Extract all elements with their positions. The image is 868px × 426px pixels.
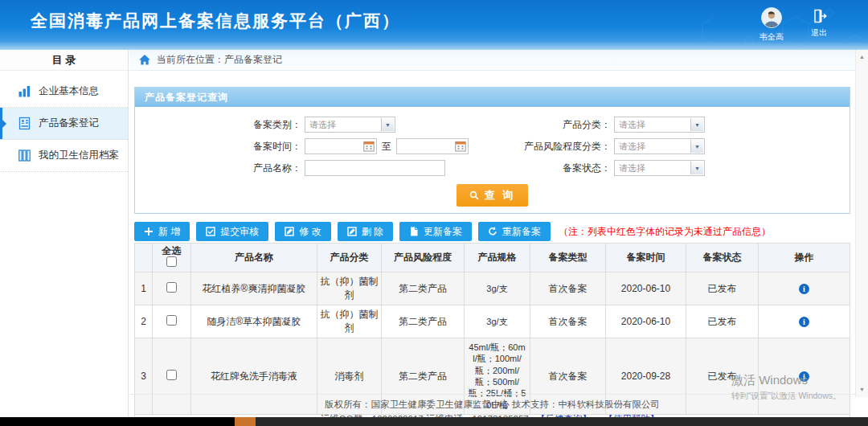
row-index: 2 bbox=[135, 305, 153, 338]
column-header-product-name: 产品名称 bbox=[191, 244, 317, 272]
filing-category-label: 备案类别： bbox=[135, 118, 305, 132]
button-label: 修 改 bbox=[299, 225, 321, 239]
logout-icon bbox=[811, 15, 827, 27]
cell-filing-status: 已发布 bbox=[686, 305, 759, 338]
cell-filing-date: 2020-06-10 bbox=[606, 305, 686, 338]
sidebar-menu: 企业基本信息 产品备案登记 bbox=[0, 71, 128, 172]
archive-icon bbox=[18, 149, 31, 162]
select-all-label: 全选 bbox=[154, 246, 189, 256]
delete-icon bbox=[347, 227, 357, 236]
user-account-button[interactable]: 韦全高 bbox=[754, 7, 789, 43]
row-checkbox[interactable] bbox=[166, 315, 177, 326]
product-category-label: 产品分类： bbox=[518, 118, 614, 132]
calendar-icon[interactable] bbox=[363, 141, 375, 152]
cell-risk-level: 第二类产品 bbox=[382, 272, 465, 305]
page-title: 全国消毒产品网上备案信息服务平台（广西） bbox=[31, 10, 400, 32]
row-checkbox[interactable] bbox=[166, 370, 177, 380]
bar-chart-icon bbox=[18, 84, 31, 98]
add-button[interactable]: 新 增 bbox=[134, 222, 190, 241]
sidebar-item-credit-archive[interactable]: 我的卫生信用档案 bbox=[0, 140, 128, 172]
modify-button[interactable]: 修 改 bbox=[275, 222, 330, 241]
select-all-header: 全选 bbox=[153, 244, 191, 272]
sidebar-item-company-info[interactable]: 企业基本信息 bbox=[0, 76, 128, 108]
refile-button[interactable]: 重新备案 bbox=[478, 222, 551, 241]
sidebar-title: 目 录 bbox=[0, 50, 128, 71]
breadcrumb: 当前所在位置：产品备案登记 bbox=[129, 50, 855, 71]
logout-button[interactable]: 退出 bbox=[803, 8, 835, 39]
chevron-down-icon bbox=[690, 162, 703, 174]
risk-level-label: 产品风险程度分类： bbox=[518, 140, 614, 154]
filing-time-label: 备案时间： bbox=[135, 140, 305, 154]
avatar bbox=[761, 7, 782, 28]
cell-spec: 3g/支 bbox=[465, 272, 530, 305]
select-value: 请选择 bbox=[619, 141, 645, 153]
logout-label: 退出 bbox=[803, 27, 835, 39]
select-value: 请选择 bbox=[619, 162, 645, 174]
delete-button[interactable]: 删 除 bbox=[338, 222, 393, 241]
sidebar-item-label: 产品备案登记 bbox=[39, 117, 99, 130]
filing-category-select[interactable]: 请选择 bbox=[305, 117, 395, 133]
search-panel-title: 产品备案登记查询 bbox=[135, 88, 850, 107]
column-header-spec: 产品规格 bbox=[465, 244, 530, 272]
button-label: 重新备案 bbox=[502, 225, 541, 239]
query-button[interactable]: 查 询 bbox=[457, 184, 529, 207]
sidebar-item-product-filing[interactable]: 产品备案登记 bbox=[0, 108, 128, 140]
info-icon[interactable] bbox=[799, 371, 809, 382]
document-icon bbox=[18, 117, 31, 130]
cell-filing-type: 首次备案 bbox=[530, 272, 606, 305]
table-header-row: 全选 产品名称 产品分类 产品风险程度 产品规格 备案类型 备案时间 备案状态 … bbox=[135, 244, 850, 272]
content-area: 产品备案登记查询 备案类别： 请选择 产品分类： 请选择 备案时间： bbox=[129, 71, 855, 426]
table-row: 2 随身洁®草本抑菌凝胶 抗（抑）菌制剂 第二类产品 3g/支 首次备案 202… bbox=[135, 305, 850, 338]
cell-risk-level: 第二类产品 bbox=[382, 305, 465, 338]
button-label: 更新备案 bbox=[424, 225, 462, 239]
cell-filing-status: 已发布 bbox=[686, 272, 759, 305]
cell-product-name: 随身洁®草本抑菌凝胶 bbox=[191, 305, 317, 338]
filing-status-select[interactable]: 请选择 bbox=[614, 160, 705, 176]
button-label: 提交审核 bbox=[220, 225, 259, 239]
vertical-scrollbar[interactable] bbox=[855, 50, 868, 397]
cell-filing-type: 首次备案 bbox=[530, 305, 606, 338]
edit-icon bbox=[285, 227, 294, 236]
table-row: 1 花红植养®爽清抑菌凝胶 抗（抑）菌制剂 第二类产品 3g/支 首次备案 20… bbox=[135, 272, 850, 305]
submit-review-button[interactable]: 提交审核 bbox=[196, 222, 268, 241]
column-header-operation: 操作 bbox=[759, 244, 850, 272]
row-number-header bbox=[135, 244, 153, 272]
check-square-icon bbox=[206, 227, 215, 236]
update-filing-button[interactable]: 更新备案 bbox=[399, 222, 472, 241]
scrollbar-down-icon[interactable] bbox=[856, 384, 868, 395]
product-name-input[interactable] bbox=[305, 160, 445, 176]
column-header-filing-type: 备案类型 bbox=[530, 244, 606, 272]
select-all-checkbox[interactable] bbox=[166, 256, 177, 267]
user-name: 韦全高 bbox=[754, 31, 789, 43]
cell-product-name: 花红植养®爽清抑菌凝胶 bbox=[191, 272, 317, 305]
refresh-icon bbox=[488, 227, 497, 236]
filing-status-label: 备案状态： bbox=[518, 162, 614, 175]
query-button-label: 查 询 bbox=[485, 188, 516, 203]
risk-level-select[interactable]: 请选择 bbox=[614, 138, 705, 154]
plus-icon bbox=[144, 227, 154, 236]
cell-spec: 3g/支 bbox=[465, 305, 530, 338]
search-panel-body: 备案类别： 请选择 产品分类： 请选择 备案时间： bbox=[135, 107, 850, 213]
search-panel: 产品备案登记查询 备案类别： 请选择 产品分类： 请选择 备案时间： bbox=[134, 87, 850, 214]
column-header-filing-status: 备案状态 bbox=[686, 244, 759, 272]
calendar-icon[interactable] bbox=[455, 141, 466, 152]
column-header-filing-date: 备案时间 bbox=[606, 244, 686, 272]
button-label: 新 增 bbox=[158, 225, 180, 239]
column-header-risk-level: 产品风险程度 bbox=[382, 244, 465, 272]
product-category-select[interactable]: 请选择 bbox=[614, 117, 705, 133]
date-separator: 至 bbox=[382, 140, 391, 154]
filing-table: 全选 产品名称 产品分类 产品风险程度 产品规格 备案类型 备案时间 备案状态 … bbox=[134, 243, 850, 415]
chevron-down-icon bbox=[381, 118, 394, 131]
cell-product-category: 抗（抑）菌制剂 bbox=[317, 305, 382, 338]
select-value: 请选择 bbox=[309, 119, 336, 131]
select-value: 请选择 bbox=[619, 119, 645, 131]
info-icon[interactable] bbox=[799, 317, 809, 327]
row-checkbox[interactable] bbox=[166, 282, 177, 293]
info-icon[interactable] bbox=[799, 284, 809, 294]
product-name-label: 产品名称： bbox=[135, 162, 305, 175]
scrollbar-up-icon[interactable] bbox=[856, 51, 868, 63]
sidebar-item-label: 我的卫生信用档案 bbox=[39, 149, 119, 162]
app-header: 全国消毒产品网上备案信息服务平台（广西） 韦全高 退出 bbox=[0, 0, 868, 50]
table-toolbar: 新 增 提交审核 修 改 删 除 更新备案 bbox=[134, 222, 850, 241]
home-icon[interactable] bbox=[139, 55, 150, 65]
